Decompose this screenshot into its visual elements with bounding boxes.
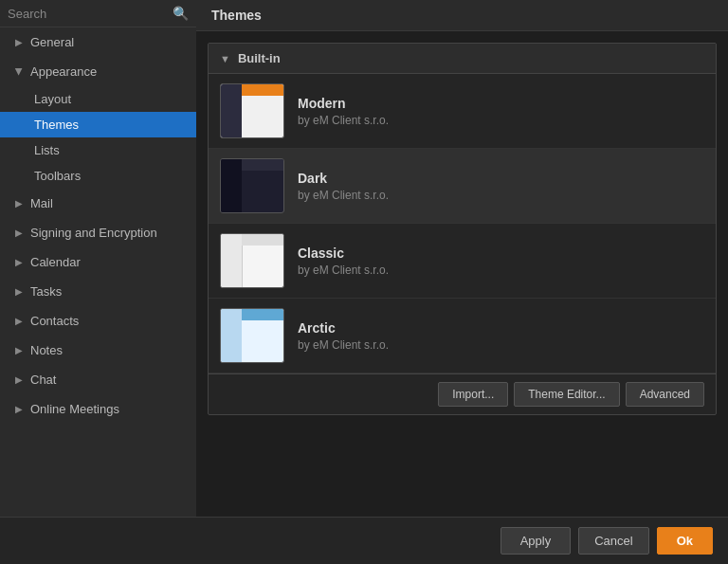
sidebar-item-label: Appearance bbox=[30, 64, 97, 79]
sidebar: 🔍 ▶ General ▶ Appearance Layout Themes L… bbox=[0, 0, 196, 517]
theme-thumbnail-classic bbox=[220, 233, 284, 288]
sidebar-item-label: Mail bbox=[30, 196, 53, 210]
sidebar-sub-item-lists[interactable]: Lists bbox=[0, 137, 196, 163]
sidebar-item-calendar[interactable]: ▶ Calendar bbox=[0, 247, 196, 277]
theme-item-modern[interactable]: Modern by eM Client s.r.o. bbox=[209, 74, 716, 149]
sidebar-item-appearance[interactable]: ▶ Appearance bbox=[0, 57, 196, 86]
chevron-icon: ▶ bbox=[15, 345, 23, 355]
sidebar-item-mail[interactable]: ▶ Mail bbox=[0, 189, 196, 218]
theme-thumbnail-modern bbox=[220, 83, 284, 138]
chevron-icon: ▶ bbox=[15, 198, 23, 209]
search-icon: 🔍 bbox=[173, 6, 189, 21]
sidebar-item-chat[interactable]: ▶ Chat bbox=[0, 365, 196, 394]
theme-info-arctic: Arctic by eM Client s.r.o. bbox=[298, 320, 704, 352]
sub-item-label: Themes bbox=[34, 118, 79, 132]
chevron-icon: ▶ bbox=[15, 286, 23, 297]
sidebar-item-label: Calendar bbox=[30, 255, 81, 269]
footer: Apply Cancel Ok bbox=[0, 517, 728, 564]
theme-action-buttons: Import... Theme Editor... Advanced bbox=[209, 373, 716, 414]
sub-item-label: Layout bbox=[34, 92, 71, 106]
sidebar-sub-item-layout[interactable]: Layout bbox=[0, 86, 196, 112]
chevron-icon: ▶ bbox=[15, 37, 23, 47]
theme-author: by eM Client s.r.o. bbox=[298, 264, 704, 277]
theme-thumbnail-dark bbox=[220, 158, 284, 213]
theme-thumbnail-arctic bbox=[220, 308, 284, 363]
section-header-label: Built-in bbox=[238, 51, 281, 65]
chevron-icon: ▶ bbox=[15, 257, 23, 267]
sub-item-label: Toolbars bbox=[34, 169, 81, 183]
sidebar-sub-item-toolbars[interactable]: Toolbars bbox=[0, 163, 196, 189]
collapse-icon: ▼ bbox=[220, 53, 230, 64]
sidebar-item-label: Contacts bbox=[30, 314, 79, 328]
theme-author: by eM Client s.r.o. bbox=[298, 189, 704, 202]
content-header: Themes bbox=[196, 0, 728, 31]
theme-item-dark[interactable]: Dark by eM Client s.r.o. bbox=[209, 149, 716, 224]
sidebar-item-online-meetings[interactable]: ▶ Online Meetings bbox=[0, 394, 196, 424]
advanced-button[interactable]: Advanced bbox=[626, 382, 704, 407]
sidebar-item-label: Signing and Encryption bbox=[30, 226, 157, 240]
theme-author: by eM Client s.r.o. bbox=[298, 114, 704, 127]
search-box: 🔍 bbox=[0, 0, 196, 27]
theme-item-classic[interactable]: Classic by eM Client s.r.o. bbox=[209, 224, 716, 299]
apply-button[interactable]: Apply bbox=[500, 527, 572, 555]
import-button[interactable]: Import... bbox=[438, 382, 508, 407]
theme-list-wrapper: Modern by eM Client s.r.o. Dark by eM Cl… bbox=[209, 74, 716, 373]
themes-container: ▼ Built-in Modern by eM Client s.r.o. bbox=[208, 43, 717, 415]
section-header-builtin[interactable]: ▼ Built-in bbox=[209, 44, 716, 74]
theme-name: Classic bbox=[298, 246, 704, 261]
page-title: Themes bbox=[211, 8, 262, 23]
chevron-icon: ▶ bbox=[15, 374, 23, 385]
sidebar-item-contacts[interactable]: ▶ Contacts bbox=[0, 306, 196, 336]
chevron-icon: ▶ bbox=[15, 227, 23, 238]
theme-info-classic: Classic by eM Client s.r.o. bbox=[298, 246, 704, 277]
chevron-icon: ▶ bbox=[15, 316, 23, 326]
sidebar-item-label: General bbox=[30, 35, 74, 49]
sidebar-item-notes[interactable]: ▶ Notes bbox=[0, 336, 196, 365]
theme-name: Dark bbox=[298, 171, 704, 186]
sidebar-item-signing[interactable]: ▶ Signing and Encryption bbox=[0, 218, 196, 247]
theme-list: Modern by eM Client s.r.o. Dark by eM Cl… bbox=[209, 74, 716, 373]
sidebar-item-tasks[interactable]: ▶ Tasks bbox=[0, 277, 196, 306]
sidebar-item-label: Notes bbox=[30, 343, 63, 357]
content-body: ▼ Built-in Modern by eM Client s.r.o. bbox=[196, 31, 728, 517]
theme-editor-button[interactable]: Theme Editor... bbox=[514, 382, 619, 407]
theme-item-arctic[interactable]: Arctic by eM Client s.r.o. bbox=[209, 299, 716, 373]
cancel-button[interactable]: Cancel bbox=[578, 527, 648, 555]
search-input[interactable] bbox=[8, 7, 173, 21]
theme-name: Arctic bbox=[298, 320, 704, 336]
chevron-icon: ▶ bbox=[15, 404, 23, 414]
chevron-icon: ▶ bbox=[14, 68, 25, 76]
sidebar-item-general[interactable]: ▶ General bbox=[0, 27, 196, 57]
theme-info-modern: Modern by eM Client s.r.o. bbox=[298, 96, 704, 127]
sidebar-sub-item-themes[interactable]: Themes bbox=[0, 112, 196, 137]
content-area: Themes ▼ Built-in Modern by eM Clien bbox=[196, 0, 728, 517]
ok-button[interactable]: Ok bbox=[657, 527, 713, 555]
theme-author: by eM Client s.r.o. bbox=[298, 338, 704, 352]
sidebar-item-label: Tasks bbox=[30, 284, 62, 299]
sidebar-item-label: Online Meetings bbox=[30, 402, 119, 416]
theme-info-dark: Dark by eM Client s.r.o. bbox=[298, 171, 704, 202]
sidebar-item-label: Chat bbox=[30, 373, 56, 387]
sub-item-label: Lists bbox=[34, 143, 60, 157]
theme-name: Modern bbox=[298, 96, 704, 111]
